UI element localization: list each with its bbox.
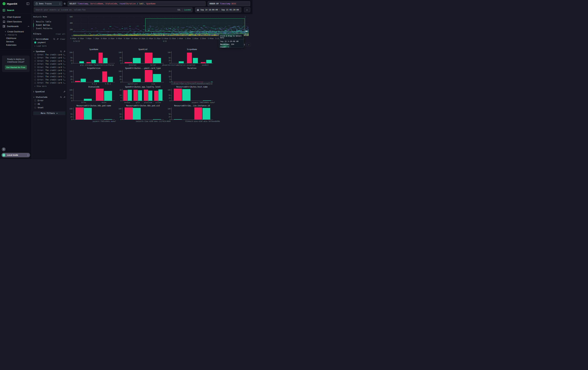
- time-range-picker[interactable]: Sep 14 18:00:00 - Sep 15 05:30:00: [195, 7, 241, 12]
- selection-box[interactable]: [145, 18, 245, 31]
- line-chart-icon: [3, 16, 5, 18]
- filter-group-spankind[interactable]: SpanKind: [33, 90, 65, 93]
- more-filters-button[interactable]: More filters: [33, 111, 65, 115]
- inlier-bar: [174, 119, 182, 120]
- filter-group-spanname[interactable]: SpanName: [33, 50, 65, 53]
- get-started-button[interactable]: Get Started for Free: [5, 65, 27, 70]
- pin-icon[interactable]: [63, 50, 65, 52]
- checkbox[interactable]: [34, 76, 36, 78]
- y-tick: [73, 79, 73, 80]
- create-dashboard-button[interactable]: + Create Dashboard: [0, 30, 32, 33]
- pin-icon[interactable]: [63, 96, 65, 98]
- outlier-bar: [145, 53, 152, 63]
- delta-chart-resourceattributes-k8s-pod-name: ResourceAttributes.k8s.pod.name02550100p…: [68, 105, 115, 123]
- analysis-mode-option-event-patterns[interactable]: Event Patterns: [33, 27, 65, 30]
- y-axis: [171, 70, 172, 82]
- preset-item-clickhouse[interactable]: ClickHouse: [0, 37, 32, 40]
- analysis-mode-option-results-table[interactable]: Results Table: [33, 20, 65, 23]
- checkbox[interactable]: [34, 60, 36, 62]
- y-tick-label: 100: [166, 108, 170, 110]
- tooltip-title: Click & Drag to Select Data: [219, 34, 244, 40]
- x-tick-label: 2:00am: [192, 38, 198, 40]
- filter-checkbox-row[interactable]: Error: The credit card (…: [34, 81, 65, 84]
- page-next-button[interactable]: ›: [247, 43, 251, 47]
- filter-checkbox-row[interactable]: Error: The credit card (…: [34, 63, 65, 66]
- sidebar-item-dashboards[interactable]: Dashboards: [0, 24, 32, 29]
- checkbox[interactable]: [34, 79, 36, 80]
- x-axis: [122, 82, 164, 82]
- checkbox[interactable]: [34, 66, 36, 68]
- inlier-bar: [103, 58, 107, 63]
- analysis-mode-option-event-deltas[interactable]: Event Deltas: [33, 23, 65, 27]
- x-axis: [171, 63, 213, 63]
- checkbox[interactable]: [34, 82, 36, 84]
- y-tick: [73, 52, 73, 53]
- filter-checkbox-row[interactable]: Error: [34, 99, 65, 102]
- checkbox[interactable]: [34, 72, 36, 74]
- filter-group-servicename[interactable]: ServiceName Clear: [33, 38, 65, 40]
- mode-sql-button[interactable]: SQL: [177, 9, 181, 11]
- pin-icon[interactable]: [57, 38, 59, 40]
- search-input[interactable]: Search your events w/ Lucene ex. column:…: [34, 7, 193, 12]
- filter-checkbox-row[interactable]: Error: The credit card (…: [34, 75, 65, 78]
- checkbox[interactable]: [34, 57, 36, 59]
- y-tick: [171, 79, 171, 80]
- filter-checkbox-row[interactable]: Error: The credit card (…: [34, 66, 65, 69]
- filter-group-statuscode[interactable]: StatusCode: [33, 96, 65, 99]
- filter-checkbox-row[interactable]: Ok: [34, 102, 65, 106]
- x-tick: [104, 120, 105, 120]
- preset-item-kubernetes[interactable]: Kubernetes: [0, 43, 32, 47]
- pin-icon[interactable]: [63, 91, 65, 93]
- y-tick: [73, 114, 73, 114]
- y-tick: [122, 60, 122, 61]
- show-more-button[interactable]: Show more: [34, 85, 65, 88]
- checkbox[interactable]: [34, 100, 36, 101]
- filter-checkbox-row[interactable]: Unset: [34, 106, 65, 109]
- filter-checkbox-row[interactable]: Error: The credit card (…: [34, 69, 65, 72]
- filter-checkbox-row[interactable]: Error: The credit card (…: [34, 78, 65, 81]
- checkbox[interactable]: [34, 107, 36, 109]
- run-query-button[interactable]: ▷: [244, 7, 250, 12]
- clear-all-filters-button[interactable]: Clear all: [56, 33, 65, 35]
- y-tick-label: 7: [117, 97, 121, 99]
- preset-item-services[interactable]: Services: [0, 40, 32, 43]
- local-mode-menu[interactable]: U Local mode: [1, 153, 30, 157]
- sidebar-collapse-icon[interactable]: [26, 2, 29, 5]
- x-tick-label: 3:00am: [208, 38, 213, 40]
- checkbox[interactable]: [34, 70, 36, 71]
- load-more-button[interactable]: Load more: [34, 45, 65, 48]
- help-button[interactable]: ?: [2, 147, 6, 151]
- source-select[interactable]: Demo Traces: [34, 1, 62, 6]
- checkbox[interactable]: [34, 54, 36, 56]
- filter-checkbox-row[interactable]: Error: The credit card (…: [34, 57, 65, 59]
- search-icon[interactable]: [60, 96, 62, 98]
- filter-value-label: Error: [38, 100, 43, 102]
- mode-lucene-button[interactable]: Lucene: [184, 9, 191, 11]
- gear-icon[interactable]: ⚙: [63, 2, 66, 5]
- x-tick-label: 0.51.1: [105, 83, 111, 85]
- order-by-input[interactable]: ORDER BY Timestamp DESC: [208, 1, 250, 6]
- y-tick: [171, 52, 171, 53]
- filter-checkbox-row[interactable]: payment: [34, 41, 65, 44]
- clear-group-button[interactable]: Clear: [60, 38, 65, 40]
- sidebar-item-search[interactable]: Search: [0, 8, 32, 12]
- filter-checkbox-row[interactable]: Error: The credit card (…: [34, 53, 65, 56]
- preset-list: ClickHouseServicesKubernetes: [0, 37, 32, 47]
- x-tick: [133, 63, 133, 64]
- checkbox[interactable]: [34, 103, 36, 105]
- sidebar-item-client-sessions[interactable]: Client Sessions: [0, 19, 32, 24]
- presets-toggle[interactable]: PRESETS: [0, 33, 32, 37]
- heatmap-plot[interactable]: [73, 16, 249, 36]
- sidebar-item-chart-explorer[interactable]: Chart Explorer: [0, 15, 32, 19]
- y-tick-label: 5: [166, 79, 170, 80]
- search-icon[interactable]: [53, 38, 55, 40]
- filter-checkbox-row[interactable]: Error: The credit card (…: [34, 72, 65, 75]
- sql-select-input[interactable]: SELECT Timestamp, ServiceName, StatusCod…: [68, 1, 206, 6]
- filter-panel: Analysis Mode Results TableEvent DeltasE…: [32, 14, 67, 159]
- checkbox-checked[interactable]: [34, 41, 36, 43]
- search-icon[interactable]: [60, 50, 62, 52]
- x-tick-label: 7:30pm: [93, 38, 99, 40]
- checkbox[interactable]: [34, 63, 36, 65]
- x-tick-label: mastercard: [128, 83, 137, 85]
- filter-checkbox-row[interactable]: Error: The credit card (…: [34, 60, 65, 62]
